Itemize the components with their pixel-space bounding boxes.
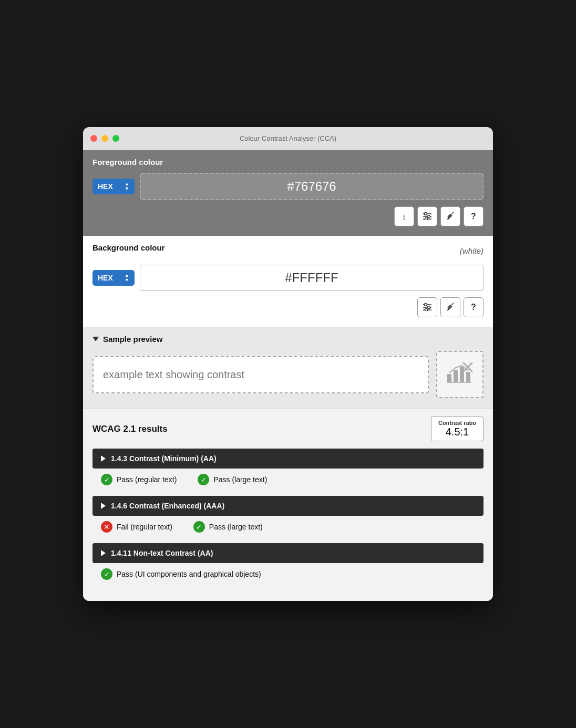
app-window: Colour Contrast Analyser (CCA) Foregroun… bbox=[83, 127, 493, 601]
help-button-fg[interactable]: ? bbox=[464, 206, 484, 226]
chart-icon bbox=[446, 362, 474, 387]
result-1-4-6-regular: ✕ Fail (regular text) bbox=[101, 521, 172, 533]
sort-icon: ↕ bbox=[402, 212, 406, 221]
expand-icon-1-4-11 bbox=[101, 550, 106, 556]
close-button[interactable] bbox=[90, 135, 97, 142]
result-1-4-6-large: ✓ Pass (large text) bbox=[193, 521, 263, 533]
foreground-label: Foreground colour bbox=[92, 158, 484, 167]
sliders-button-fg[interactable] bbox=[417, 206, 437, 226]
expand-icon-1-4-6 bbox=[101, 503, 106, 509]
pass-icon-1-4-3-large: ✓ bbox=[198, 474, 209, 485]
result-1-4-3-regular-label: Pass (regular text) bbox=[117, 475, 177, 484]
svg-rect-15 bbox=[454, 370, 458, 382]
background-format-label: HEX bbox=[98, 274, 113, 282]
criterion-1-4-6-results: ✕ Fail (regular text) ✓ Pass (large text… bbox=[92, 516, 484, 539]
result-1-4-3-large: ✓ Pass (large text) bbox=[198, 474, 267, 485]
preview-header: Sample preview bbox=[92, 335, 484, 344]
criterion-1-4-6-header[interactable]: 1.4.6 Contrast (Enhanced) (AAA) bbox=[92, 496, 484, 516]
contrast-ratio-value: 4.5:1 bbox=[438, 426, 477, 438]
eyedropper-icon-bg bbox=[446, 302, 455, 313]
background-label: Background colour bbox=[92, 243, 165, 252]
window-title: Colour Contrast Analyser (CCA) bbox=[240, 134, 336, 142]
foreground-value-input[interactable]: #767676 bbox=[140, 173, 484, 200]
svg-point-11 bbox=[428, 306, 430, 308]
eyedropper-icon bbox=[446, 211, 455, 222]
pass-icon-1-4-6-large: ✓ bbox=[193, 521, 205, 533]
criterion-1-4-11: 1.4.11 Non-text Contrast (AA) ✓ Pass (UI… bbox=[92, 543, 484, 586]
foreground-format-dropdown[interactable]: HEX ▲▼ bbox=[92, 179, 135, 194]
minimize-button[interactable] bbox=[101, 135, 108, 142]
sliders-button-bg[interactable] bbox=[417, 297, 437, 317]
help-icon: ? bbox=[471, 212, 476, 221]
svg-point-4 bbox=[428, 215, 430, 217]
result-1-4-11-ui-label: Pass (UI components and graphical object… bbox=[117, 570, 261, 578]
contrast-ratio-label: Contrast ratio bbox=[438, 420, 477, 426]
collapse-icon bbox=[92, 337, 99, 341]
preview-content: example text showing contrast bbox=[92, 351, 484, 398]
fail-icon-1-4-6-regular: ✕ bbox=[101, 521, 112, 533]
criterion-1-4-3-label: 1.4.3 Contrast (Minimum) (AA) bbox=[111, 454, 217, 463]
expand-icon-1-4-3 bbox=[101, 455, 106, 462]
maximize-button[interactable] bbox=[112, 135, 119, 142]
svg-point-10 bbox=[425, 303, 427, 306]
result-1-4-6-large-label: Pass (large text) bbox=[209, 523, 263, 531]
results-header: WCAG 2.1 results Contrast ratio 4.5:1 bbox=[92, 417, 484, 441]
pass-icon-1-4-11-ui: ✓ bbox=[101, 568, 112, 580]
result-1-4-3-large-label: Pass (large text) bbox=[213, 475, 267, 484]
result-1-4-3-regular: ✓ Pass (regular text) bbox=[101, 474, 177, 485]
help-button-bg[interactable]: ? bbox=[464, 297, 484, 317]
colour-name-tag: (white) bbox=[460, 246, 484, 255]
preview-text-box: example text showing contrast bbox=[92, 356, 429, 393]
preview-chart-box bbox=[436, 351, 484, 398]
background-header: Background colour (white) bbox=[92, 243, 484, 258]
background-toolbar: ? bbox=[92, 297, 484, 317]
help-icon-bg: ? bbox=[471, 303, 476, 312]
dropdown-arrows-icon: ▲▼ bbox=[125, 182, 129, 191]
svg-rect-14 bbox=[447, 374, 451, 382]
preview-section: Sample preview example text showing cont… bbox=[83, 327, 493, 409]
foreground-input-row: HEX ▲▼ #767676 bbox=[92, 173, 484, 200]
preview-label: Sample preview bbox=[103, 335, 162, 344]
foreground-format-label: HEX bbox=[98, 182, 113, 191]
foreground-toolbar: ↕ bbox=[92, 206, 484, 226]
svg-point-3 bbox=[425, 212, 427, 215]
dropdown-arrows-icon-bg: ▲▼ bbox=[125, 273, 129, 283]
criterion-1-4-3: 1.4.3 Contrast (Minimum) (AA) ✓ Pass (re… bbox=[92, 449, 484, 492]
contrast-ratio-box: Contrast ratio 4.5:1 bbox=[431, 417, 484, 441]
criterion-1-4-3-results: ✓ Pass (regular text) ✓ Pass (large text… bbox=[92, 469, 484, 492]
window-controls bbox=[90, 135, 119, 142]
svg-point-12 bbox=[425, 308, 428, 311]
svg-rect-16 bbox=[460, 367, 464, 382]
criterion-1-4-11-label: 1.4.11 Non-text Contrast (AA) bbox=[111, 549, 213, 557]
background-input-row: HEX ▲▼ #FFFFFF bbox=[92, 265, 484, 291]
eyedropper-button-bg[interactable] bbox=[440, 297, 460, 317]
background-value-input[interactable]: #FFFFFF bbox=[140, 265, 484, 291]
svg-rect-17 bbox=[466, 372, 470, 382]
titlebar: Colour Contrast Analyser (CCA) bbox=[83, 127, 493, 150]
results-section: WCAG 2.1 results Contrast ratio 4.5:1 1.… bbox=[83, 409, 493, 601]
svg-point-5 bbox=[425, 217, 428, 220]
background-format-dropdown[interactable]: HEX ▲▼ bbox=[92, 270, 135, 286]
result-1-4-6-regular-label: Fail (regular text) bbox=[117, 523, 172, 531]
eyedropper-button-fg[interactable] bbox=[440, 206, 460, 226]
criterion-1-4-3-header[interactable]: 1.4.3 Contrast (Minimum) (AA) bbox=[92, 449, 484, 469]
sliders-icon bbox=[423, 212, 432, 222]
results-title: WCAG 2.1 results bbox=[92, 424, 168, 434]
foreground-section: Foreground colour HEX ▲▼ #767676 ↕ bbox=[83, 150, 493, 236]
pass-icon-1-4-3-regular: ✓ bbox=[101, 474, 112, 485]
criterion-1-4-6: 1.4.6 Contrast (Enhanced) (AAA) ✕ Fail (… bbox=[92, 496, 484, 539]
sort-colors-button[interactable]: ↕ bbox=[394, 206, 414, 226]
criterion-1-4-11-header[interactable]: 1.4.11 Non-text Contrast (AA) bbox=[92, 543, 484, 563]
criterion-1-4-11-results: ✓ Pass (UI components and graphical obje… bbox=[92, 563, 484, 586]
result-1-4-11-ui: ✓ Pass (UI components and graphical obje… bbox=[101, 568, 261, 580]
background-section: Background colour (white) HEX ▲▼ #FFFFFF bbox=[83, 236, 493, 327]
sliders-icon-bg bbox=[423, 303, 432, 313]
criterion-1-4-6-label: 1.4.6 Contrast (Enhanced) (AAA) bbox=[111, 502, 224, 510]
